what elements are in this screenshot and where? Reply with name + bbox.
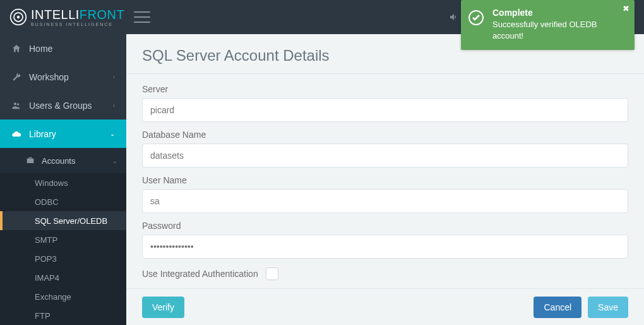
logo-icon	[9, 8, 27, 26]
svg-point-5	[17, 103, 19, 105]
integrated-label: Use Integrated Authentication	[142, 269, 258, 279]
home-icon	[11, 44, 21, 54]
nav-oledb[interactable]: SQL Server/OLEDB	[0, 211, 126, 230]
nav-library-label: Library	[29, 129, 56, 139]
dbname-input[interactable]	[142, 144, 628, 168]
chevron-left-icon: ‹	[113, 73, 115, 80]
svg-point-4	[14, 102, 16, 105]
chevron-down-icon: ⌄	[110, 130, 115, 137]
nav-odbc[interactable]: ODBC	[0, 192, 126, 211]
brand-sub: BUSINESS INTELLIGENCE	[31, 22, 124, 27]
save-button[interactable]: Save	[588, 297, 628, 318]
nav-library[interactable]: Library ⌄	[0, 120, 126, 148]
cancel-button[interactable]: Cancel	[534, 297, 581, 318]
wrench-icon	[11, 72, 21, 82]
verify-button[interactable]: Verify	[142, 297, 184, 318]
brand-name-1: Intelli	[31, 8, 80, 21]
nav-exchange[interactable]: Exchange	[0, 287, 126, 306]
nav-workshop-label: Workshop	[29, 72, 69, 82]
nav-home-label: Home	[29, 44, 52, 54]
toast-message: Successfully verified OLEDB account!	[492, 19, 616, 41]
svg-point-2	[17, 16, 20, 18]
nav-ftp[interactable]: FTP	[0, 306, 126, 325]
nav-users[interactable]: Users & Groups ‹	[0, 91, 126, 120]
check-icon	[468, 10, 484, 25]
server-label: Server	[142, 84, 628, 94]
toast-close[interactable]: ✖	[623, 4, 629, 13]
username-input[interactable]	[142, 189, 628, 213]
nav-accounts-label: Accounts	[42, 156, 75, 166]
nav-pop3[interactable]: POP3	[0, 249, 126, 268]
toast-success: Complete Successfully verified OLEDB acc…	[461, 0, 635, 50]
cloud-icon	[11, 129, 21, 139]
users-icon	[11, 101, 21, 111]
nav-home[interactable]: Home	[0, 34, 126, 63]
brand-name-2: front	[80, 8, 124, 21]
form-footer: Verify Cancel Save	[126, 288, 644, 325]
password-input[interactable]	[142, 235, 628, 259]
dbname-label: Database Name	[142, 130, 628, 140]
chevron-down-icon: ⌄	[112, 157, 117, 164]
sidebar: Home Workshop ‹ Users & Groups ‹ Library…	[0, 34, 126, 325]
nav-users-label: Users & Groups	[29, 101, 92, 111]
username-label: User Name	[142, 175, 628, 185]
password-label: Password	[142, 221, 628, 231]
briefcase-icon	[25, 156, 35, 166]
menu-toggle[interactable]	[134, 11, 150, 23]
main-content: SQL Server Account Details Server Databa…	[126, 34, 644, 325]
chevron-left-icon: ‹	[113, 102, 115, 109]
nav-workshop[interactable]: Workshop ‹	[0, 63, 126, 91]
sound-icon[interactable]	[449, 12, 459, 22]
integrated-checkbox[interactable]	[266, 267, 278, 280]
nav-imap[interactable]: IMAP4	[0, 268, 126, 287]
nav-smtp[interactable]: SMTP	[0, 230, 126, 249]
brand-logo: Intellifront BUSINESS INTELLIGENCE	[9, 8, 124, 27]
nav-windows[interactable]: Windows	[0, 173, 126, 192]
nav-accounts[interactable]: Accounts ⌄	[0, 148, 126, 173]
toast-title: Complete	[492, 8, 616, 18]
server-input[interactable]	[142, 98, 628, 122]
